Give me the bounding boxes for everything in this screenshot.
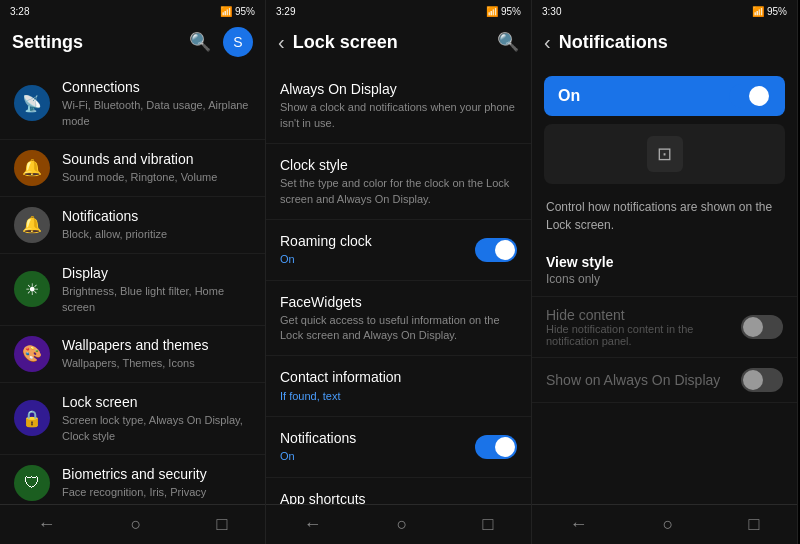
lock-title-contact: Contact information xyxy=(280,368,517,386)
lock-item-contact[interactable]: Contact information If found, text xyxy=(266,356,531,417)
back-arrow-3[interactable]: ‹ xyxy=(544,31,551,54)
item-title-wallpapers: Wallpapers and themes xyxy=(62,336,251,354)
toggle-roaming[interactable] xyxy=(475,238,517,262)
lock-item-facewidgets[interactable]: FaceWidgets Get quick access to useful i… xyxy=(266,281,531,357)
status-bar-2: 3:29 📶 95% xyxy=(266,0,531,20)
status-bar-3: 3:30 📶 95% xyxy=(532,0,797,20)
lock-item-appshortcuts[interactable]: App shortcuts Select apps to open from t… xyxy=(266,478,531,504)
item-icon-notifications: 🔔 xyxy=(14,207,50,243)
settings-title: Settings xyxy=(12,32,83,53)
item-subtitle-display: Brightness, Blue light filter, Home scre… xyxy=(62,284,251,315)
bottom-nav-2: ← ○ □ xyxy=(266,504,531,544)
item-subtitle-biometrics: Face recognition, Iris, Privacy xyxy=(62,485,251,500)
settings-item-biometrics[interactable]: 🛡 Biometrics and security Face recogniti… xyxy=(0,455,265,504)
notif-on-label: On xyxy=(558,87,580,105)
recent-nav-1[interactable]: □ xyxy=(197,508,248,541)
lock-item-clockstyle[interactable]: Clock style Set the type and color for t… xyxy=(266,144,531,220)
settings-top-bar: Settings 🔍 S xyxy=(0,20,265,64)
settings-item-display[interactable]: ☀ Display Brightness, Blue light filter,… xyxy=(0,254,265,326)
bottom-nav-3: ← ○ □ xyxy=(532,504,797,544)
lock-item-roaming[interactable]: Roaming clock On xyxy=(266,220,531,281)
lockscreen-header: ‹ Lock screen 🔍 xyxy=(266,20,531,64)
toggle-notifications[interactable] xyxy=(475,435,517,459)
item-subtitle-notifications: Block, allow, prioritize xyxy=(62,227,251,242)
lock-title-roaming: Roaming clock xyxy=(280,232,475,250)
notifications-panel: 3:30 📶 95% ‹ Notifications On ⊡ Control … xyxy=(532,0,798,544)
status-icons-1: 📶 95% xyxy=(220,6,255,17)
settings-item-sounds[interactable]: 🔔 Sounds and vibration Sound mode, Ringt… xyxy=(0,140,265,197)
notif-preview-icon: ⊡ xyxy=(647,136,683,172)
view-style-title: View style xyxy=(546,254,783,270)
back-nav-2[interactable]: ← xyxy=(284,508,342,541)
lock-item-aod[interactable]: Always On Display Show a clock and notif… xyxy=(266,68,531,144)
lock-item-notifications[interactable]: Notifications On xyxy=(266,417,531,478)
lock-sub-clockstyle: Set the type and color for the clock on … xyxy=(280,176,517,207)
lockscreen-title: Lock screen xyxy=(293,32,398,53)
item-title-display: Display xyxy=(62,264,251,282)
status-icons-3: 📶 95% xyxy=(752,6,787,17)
back-nav-3[interactable]: ← xyxy=(550,508,608,541)
hide-content-row[interactable]: Hide content Hide notification content i… xyxy=(532,297,797,358)
item-title-biometrics: Biometrics and security xyxy=(62,465,251,483)
search-icon[interactable]: 🔍 xyxy=(189,31,211,53)
notif-list: On ⊡ Control how notifications are shown… xyxy=(532,64,797,504)
toggle-knob-3 xyxy=(743,370,763,390)
item-title-lockscreen: Lock screen xyxy=(62,393,251,411)
status-time-1: 3:28 xyxy=(10,6,29,17)
item-subtitle-connections: Wi-Fi, Bluetooth, Data usage, Airplane m… xyxy=(62,98,251,129)
toggle-knob xyxy=(749,86,769,106)
home-nav-1[interactable]: ○ xyxy=(111,508,162,541)
item-title-sounds: Sounds and vibration xyxy=(62,150,251,168)
view-style-subtitle: Icons only xyxy=(546,272,783,286)
settings-panel: 3:28 📶 95% Settings 🔍 S 📡 Connections Wi… xyxy=(0,0,266,544)
search-icon-2[interactable]: 🔍 xyxy=(497,31,519,53)
notif-description: Control how notifications are shown on t… xyxy=(532,192,797,244)
item-subtitle-wallpapers: Wallpapers, Themes, Icons xyxy=(62,356,251,371)
item-subtitle-lockscreen: Screen lock type, Always On Display, Clo… xyxy=(62,413,251,444)
item-icon-display: ☀ xyxy=(14,271,50,307)
item-title-connections: Connections xyxy=(62,78,251,96)
show-aod-title: Show on Always On Display xyxy=(546,372,720,388)
view-style-section[interactable]: View style Icons only xyxy=(532,244,797,297)
hide-content-title: Hide content xyxy=(546,307,741,323)
recent-nav-3[interactable]: □ xyxy=(729,508,780,541)
status-time-3: 3:30 xyxy=(542,6,561,17)
notif-on-bar[interactable]: On xyxy=(544,76,785,116)
settings-top-icons: 🔍 S xyxy=(189,27,253,57)
settings-item-lockscreen[interactable]: 🔒 Lock screen Screen lock type, Always O… xyxy=(0,383,265,455)
lock-title-aod: Always On Display xyxy=(280,80,517,98)
lock-sub-roaming: On xyxy=(280,252,475,267)
recent-nav-2[interactable]: □ xyxy=(463,508,514,541)
show-aod-row[interactable]: Show on Always On Display xyxy=(532,358,797,403)
lockscreen-panel: 3:29 📶 95% ‹ Lock screen 🔍 Always On Dis… xyxy=(266,0,532,544)
settings-item-wallpapers[interactable]: 🎨 Wallpapers and themes Wallpapers, Them… xyxy=(0,326,265,383)
hide-content-sub: Hide notification content in the notific… xyxy=(546,323,741,347)
home-nav-2[interactable]: ○ xyxy=(377,508,428,541)
notif-icon-box: ⊡ xyxy=(544,124,785,184)
show-aod-toggle[interactable] xyxy=(741,368,783,392)
status-icons-2: 📶 95% xyxy=(486,6,521,17)
lock-title-facewidgets: FaceWidgets xyxy=(280,293,517,311)
lock-sub-facewidgets: Get quick access to useful information o… xyxy=(280,313,517,344)
item-title-notifications: Notifications xyxy=(62,207,251,225)
settings-item-notifications[interactable]: 🔔 Notifications Block, allow, prioritize xyxy=(0,197,265,254)
hide-content-toggle[interactable] xyxy=(741,315,783,339)
avatar[interactable]: S xyxy=(223,27,253,57)
lock-sub-notifications: On xyxy=(280,449,475,464)
lockscreen-list: Always On Display Show a clock and notif… xyxy=(266,64,531,504)
back-arrow-2[interactable]: ‹ xyxy=(278,31,285,54)
lock-title-appshortcuts: App shortcuts xyxy=(280,490,517,504)
item-icon-biometrics: 🛡 xyxy=(14,465,50,501)
home-nav-3[interactable]: ○ xyxy=(643,508,694,541)
status-time-2: 3:29 xyxy=(276,6,295,17)
lock-title-notifications: Notifications xyxy=(280,429,475,447)
back-nav-1[interactable]: ← xyxy=(18,508,76,541)
notif-master-toggle[interactable] xyxy=(729,84,771,108)
notif-title: Notifications xyxy=(559,32,668,53)
lock-title-clockstyle: Clock style xyxy=(280,156,517,174)
item-subtitle-sounds: Sound mode, Ringtone, Volume xyxy=(62,170,251,185)
item-icon-wallpapers: 🎨 xyxy=(14,336,50,372)
settings-item-connections[interactable]: 📡 Connections Wi-Fi, Bluetooth, Data usa… xyxy=(0,68,265,140)
toggle-knob-2 xyxy=(743,317,763,337)
status-bar-1: 3:28 📶 95% xyxy=(0,0,265,20)
